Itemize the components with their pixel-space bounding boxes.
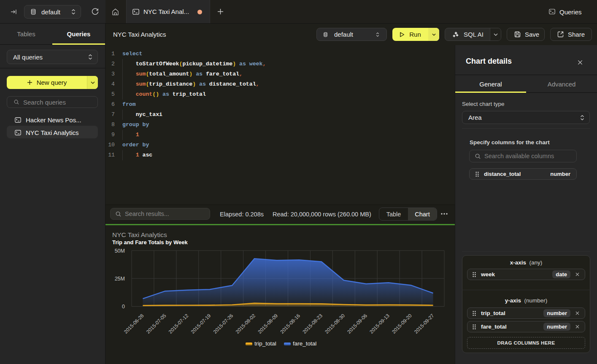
svg-text:2015-08-02: 2015-08-02 bbox=[235, 313, 257, 335]
svg-text:2015-08-30: 2015-08-30 bbox=[324, 313, 346, 335]
svg-text:50M: 50M bbox=[115, 248, 125, 254]
svg-text:2015-09-06: 2015-09-06 bbox=[346, 313, 368, 335]
svg-text:2015-07-19: 2015-07-19 bbox=[190, 313, 212, 335]
svg-text:2015-06-28: 2015-06-28 bbox=[123, 313, 145, 335]
svg-text:2015-08-16: 2015-08-16 bbox=[279, 313, 302, 335]
svg-text:25M: 25M bbox=[115, 276, 125, 282]
svg-text:0: 0 bbox=[122, 304, 125, 310]
svg-text:2015-07-26: 2015-07-26 bbox=[212, 313, 235, 335]
svg-text:2015-09-27: 2015-09-27 bbox=[413, 313, 435, 335]
svg-text:2015-07-12: 2015-07-12 bbox=[167, 313, 190, 335]
svg-text:2015-08-09: 2015-08-09 bbox=[257, 313, 279, 335]
svg-text:2015-09-13: 2015-09-13 bbox=[368, 313, 391, 335]
svg-text:2015-08-23: 2015-08-23 bbox=[301, 313, 324, 335]
svg-text:2015-07-05: 2015-07-05 bbox=[145, 313, 167, 335]
svg-text:2015-09-20: 2015-09-20 bbox=[391, 313, 413, 335]
